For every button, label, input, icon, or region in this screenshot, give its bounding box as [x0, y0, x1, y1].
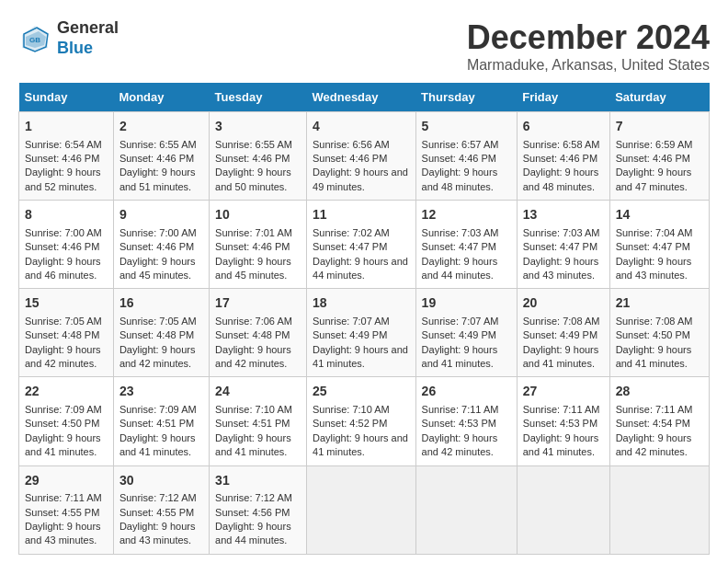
- calendar-table: SundayMondayTuesdayWednesdayThursdayFrid…: [18, 83, 710, 555]
- daylight-text: Daylight: 9 hours and 41 minutes.: [25, 431, 108, 460]
- calendar-cell: 2Sunrise: 6:55 AMSunset: 4:46 PMDaylight…: [113, 112, 209, 201]
- daylight-text: Daylight: 9 hours and 44 minutes.: [422, 255, 511, 283]
- sunrise-text: Sunrise: 7:10 AM: [215, 403, 301, 417]
- daylight-text: Daylight: 9 hours and 41 minutes.: [313, 431, 410, 460]
- sunset-text: Sunset: 4:46 PM: [119, 152, 203, 166]
- day-number: 25: [313, 383, 410, 401]
- sunset-text: Sunset: 4:47 PM: [313, 240, 410, 254]
- sunset-text: Sunset: 4:47 PM: [616, 240, 703, 254]
- daylight-text: Daylight: 9 hours and 42 minutes.: [422, 431, 511, 460]
- calendar-cell: 26Sunrise: 7:11 AMSunset: 4:53 PMDayligh…: [415, 377, 517, 465]
- title-area: December 2024 Marmaduke, Arkansas, Unite…: [467, 18, 710, 74]
- daylight-text: Daylight: 9 hours and 41 minutes.: [523, 431, 604, 460]
- sunrise-text: Sunrise: 7:00 AM: [25, 226, 108, 240]
- daylight-text: Daylight: 9 hours and 45 minutes.: [119, 255, 203, 283]
- daylight-text: Daylight: 9 hours and 47 minutes.: [616, 166, 703, 194]
- day-number: 4: [313, 118, 410, 136]
- sunrise-text: Sunrise: 6:55 AM: [215, 138, 301, 152]
- sunset-text: Sunset: 4:46 PM: [616, 152, 703, 166]
- day-number: 9: [119, 206, 203, 224]
- sunrise-text: Sunrise: 7:05 AM: [25, 315, 108, 328]
- subtitle: Marmaduke, Arkansas, United States: [467, 57, 710, 74]
- calendar-cell: 7Sunrise: 6:59 AMSunset: 4:46 PMDaylight…: [609, 112, 709, 201]
- sunrise-text: Sunrise: 7:08 AM: [523, 315, 604, 328]
- day-number: 11: [313, 206, 410, 224]
- sunrise-text: Sunrise: 7:11 AM: [25, 491, 108, 505]
- calendar-cell: 22Sunrise: 7:09 AMSunset: 4:50 PMDayligh…: [19, 377, 114, 465]
- sunset-text: Sunset: 4:46 PM: [422, 152, 511, 166]
- calendar-cell: 30Sunrise: 7:12 AMSunset: 4:55 PMDayligh…: [113, 465, 209, 554]
- daylight-text: Daylight: 9 hours and 42 minutes.: [616, 431, 703, 460]
- sunset-text: Sunset: 4:48 PM: [119, 328, 203, 342]
- sunrise-text: Sunrise: 7:12 AM: [215, 491, 301, 505]
- logo: GB General Blue: [18, 18, 119, 58]
- day-number: 17: [215, 294, 301, 313]
- day-number: 19: [422, 294, 511, 313]
- sunrise-text: Sunrise: 7:11 AM: [616, 403, 703, 417]
- logo-icon: GB: [18, 22, 51, 55]
- sunset-text: Sunset: 4:56 PM: [215, 506, 301, 520]
- calendar-cell: 20Sunrise: 7:08 AMSunset: 4:49 PMDayligh…: [517, 289, 609, 377]
- week-row-4: 22Sunrise: 7:09 AMSunset: 4:50 PMDayligh…: [19, 377, 710, 465]
- calendar-cell: 3Sunrise: 6:55 AMSunset: 4:46 PMDaylight…: [210, 112, 307, 201]
- week-row-2: 8Sunrise: 7:00 AMSunset: 4:46 PMDaylight…: [19, 201, 710, 289]
- day-number: 2: [119, 118, 203, 136]
- header: GB General Blue December 2024 Marmaduke,…: [18, 18, 710, 74]
- logo-text: General Blue: [57, 18, 119, 58]
- sunrise-text: Sunrise: 6:54 AM: [25, 138, 108, 152]
- day-number: 29: [25, 472, 108, 490]
- daylight-text: Daylight: 9 hours and 41 minutes.: [215, 431, 301, 460]
- calendar-cell: 4Sunrise: 6:56 AMSunset: 4:46 PMDaylight…: [307, 112, 416, 201]
- day-number: 8: [25, 206, 108, 224]
- day-number: 28: [616, 383, 703, 401]
- day-header-tuesday: Tuesday: [210, 83, 307, 112]
- calendar-cell: 25Sunrise: 7:10 AMSunset: 4:52 PMDayligh…: [307, 377, 416, 465]
- sunrise-text: Sunrise: 7:00 AM: [119, 226, 203, 240]
- calendar-cell: 1Sunrise: 6:54 AMSunset: 4:46 PMDaylight…: [19, 112, 114, 201]
- sunset-text: Sunset: 4:49 PM: [313, 328, 410, 342]
- main-title: December 2024: [467, 18, 710, 57]
- day-number: 30: [119, 472, 203, 490]
- daylight-text: Daylight: 9 hours and 42 minutes.: [215, 343, 301, 372]
- calendar-cell: 24Sunrise: 7:10 AMSunset: 4:51 PMDayligh…: [210, 377, 307, 465]
- sunset-text: Sunset: 4:46 PM: [119, 240, 203, 254]
- sunrise-text: Sunrise: 6:58 AM: [523, 138, 604, 152]
- calendar-cell: 18Sunrise: 7:07 AMSunset: 4:49 PMDayligh…: [307, 289, 416, 377]
- sunset-text: Sunset: 4:53 PM: [523, 417, 604, 431]
- daylight-text: Daylight: 9 hours and 41 minutes.: [119, 431, 203, 460]
- calendar-cell: 28Sunrise: 7:11 AMSunset: 4:54 PMDayligh…: [609, 377, 709, 465]
- sunrise-text: Sunrise: 7:06 AM: [215, 315, 301, 328]
- svg-text:GB: GB: [29, 36, 40, 44]
- sunset-text: Sunset: 4:55 PM: [119, 506, 203, 520]
- calendar-cell: 29Sunrise: 7:11 AMSunset: 4:55 PMDayligh…: [19, 465, 114, 554]
- sunset-text: Sunset: 4:46 PM: [215, 240, 301, 254]
- sunrise-text: Sunrise: 7:07 AM: [313, 315, 410, 328]
- daylight-text: Daylight: 9 hours and 43 minutes.: [25, 520, 108, 548]
- sunrise-text: Sunrise: 7:04 AM: [616, 226, 703, 240]
- sunset-text: Sunset: 4:49 PM: [523, 328, 604, 342]
- sunset-text: Sunset: 4:46 PM: [313, 152, 410, 166]
- sunset-text: Sunset: 4:46 PM: [215, 152, 301, 166]
- day-number: 13: [523, 206, 604, 224]
- sunrise-text: Sunrise: 7:02 AM: [313, 226, 410, 240]
- calendar-cell: 11Sunrise: 7:02 AMSunset: 4:47 PMDayligh…: [307, 201, 416, 289]
- week-row-5: 29Sunrise: 7:11 AMSunset: 4:55 PMDayligh…: [19, 465, 710, 554]
- calendar-cell: 13Sunrise: 7:03 AMSunset: 4:47 PMDayligh…: [517, 201, 609, 289]
- calendar-cell: 21Sunrise: 7:08 AMSunset: 4:50 PMDayligh…: [609, 289, 709, 377]
- calendar-cell: 8Sunrise: 7:00 AMSunset: 4:46 PMDaylight…: [19, 201, 114, 289]
- sunrise-text: Sunrise: 7:05 AM: [119, 315, 203, 328]
- sunrise-text: Sunrise: 7:12 AM: [119, 491, 203, 505]
- daylight-text: Daylight: 9 hours and 49 minutes.: [313, 166, 410, 194]
- daylight-text: Daylight: 9 hours and 48 minutes.: [523, 166, 604, 194]
- day-header-monday: Monday: [113, 83, 209, 112]
- daylight-text: Daylight: 9 hours and 42 minutes.: [25, 343, 108, 372]
- day-number: 14: [616, 206, 703, 224]
- calendar-cell: [517, 465, 609, 554]
- day-number: 3: [215, 118, 301, 136]
- sunset-text: Sunset: 4:47 PM: [523, 240, 604, 254]
- sunrise-text: Sunrise: 7:07 AM: [422, 315, 511, 328]
- day-number: 24: [215, 383, 301, 401]
- daylight-text: Daylight: 9 hours and 46 minutes.: [25, 255, 108, 283]
- calendar-cell: 15Sunrise: 7:05 AMSunset: 4:48 PMDayligh…: [19, 289, 114, 377]
- sunset-text: Sunset: 4:46 PM: [25, 152, 108, 166]
